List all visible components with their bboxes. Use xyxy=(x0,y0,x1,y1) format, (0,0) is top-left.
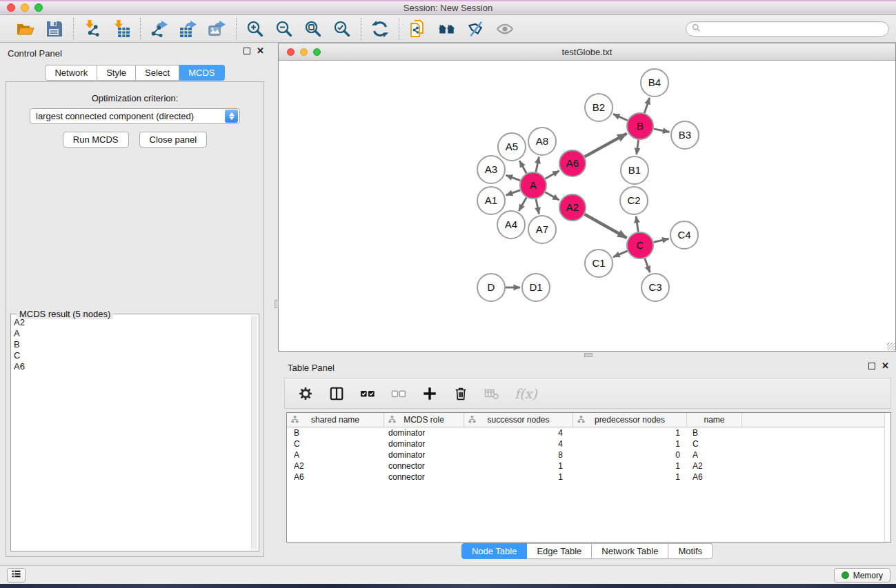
zoom-fit-icon[interactable] xyxy=(303,19,323,39)
add-column-icon[interactable] xyxy=(421,385,438,402)
table-row[interactable]: A6connector11A6 xyxy=(287,472,890,483)
graph-edge[interactable] xyxy=(519,197,526,211)
graph-edge[interactable] xyxy=(506,190,521,195)
tab-network[interactable]: Network xyxy=(45,65,97,81)
network-graph[interactable]: B4B2BB3A8A5A6A3B1AA1C2A2A4A7C4CC1C3DD1 xyxy=(279,61,895,351)
column-header-successor-nodes[interactable]: successor nodes xyxy=(464,413,573,427)
memory-button[interactable]: Memory xyxy=(834,568,890,582)
cell-name[interactable]: A xyxy=(687,450,742,460)
cell-successor_nodes[interactable]: 4 xyxy=(464,428,573,438)
cell-mcds_role[interactable]: dominator xyxy=(384,450,464,460)
deselect-checkboxes-icon[interactable] xyxy=(390,385,407,402)
tab-mcds[interactable]: MCDS xyxy=(179,65,224,81)
graph-node[interactable]: A4 xyxy=(497,211,525,239)
open-file-icon[interactable] xyxy=(16,19,35,39)
mcds-result-list[interactable]: A2ABCA6 xyxy=(14,317,249,548)
tab-edge-table[interactable]: Edge Table xyxy=(527,543,592,559)
close-panel-button[interactable]: Close panel xyxy=(139,132,208,148)
mcds-result-item[interactable]: A6 xyxy=(14,361,249,372)
cell-predecessor_nodes[interactable]: 1 xyxy=(573,439,687,449)
cell-name[interactable]: B xyxy=(687,428,742,438)
optimization-criterion-dropdown[interactable]: largest connected component (directed) xyxy=(30,108,240,124)
graph-node[interactable]: A xyxy=(520,172,546,199)
tab-network-table[interactable]: Network Table xyxy=(592,543,668,559)
task-history-button[interactable] xyxy=(7,568,26,582)
cell-shared_name[interactable]: A2 xyxy=(287,461,384,471)
select-all-checkboxes-icon[interactable] xyxy=(359,385,376,402)
graph-edge[interactable] xyxy=(613,251,628,257)
cell-predecessor_nodes[interactable]: 0 xyxy=(573,450,687,460)
graph-edge[interactable] xyxy=(519,161,526,173)
graph-edge[interactable] xyxy=(506,175,521,181)
cell-predecessor_nodes[interactable]: 1 xyxy=(573,472,687,482)
graph-node[interactable]: C2 xyxy=(620,187,648,214)
horizontal-divider[interactable] xyxy=(278,352,896,358)
float-panel-icon[interactable] xyxy=(243,48,250,54)
mcds-result-item[interactable]: A xyxy=(14,328,249,339)
cell-shared_name[interactable]: C xyxy=(287,439,384,449)
zoom-out-icon[interactable] xyxy=(275,19,294,39)
new-network-from-file-icon[interactable] xyxy=(408,19,428,39)
zoom-in-icon[interactable] xyxy=(246,19,265,39)
graph-node[interactable]: B2 xyxy=(585,94,613,121)
cell-predecessor_nodes[interactable]: 1 xyxy=(573,428,687,438)
cell-mcds_role[interactable]: connector xyxy=(384,461,464,471)
cell-mcds_role[interactable]: connector xyxy=(384,472,464,482)
graph-edge[interactable] xyxy=(545,171,559,179)
graph-node[interactable]: A8 xyxy=(528,128,556,155)
graph-node[interactable]: B1 xyxy=(621,156,648,184)
divider-grip[interactable] xyxy=(584,353,593,357)
graph-edge[interactable] xyxy=(645,258,650,273)
column-header-name[interactable]: name xyxy=(687,413,742,427)
graph-edge[interactable] xyxy=(585,134,627,157)
cell-shared_name[interactable]: A6 xyxy=(287,472,384,482)
graph-node[interactable]: C1 xyxy=(585,250,613,277)
table-row[interactable]: Cdominator41C xyxy=(287,438,890,449)
import-table-icon[interactable] xyxy=(112,19,131,39)
graph-edge[interactable] xyxy=(653,239,668,242)
cell-successor_nodes[interactable]: 1 xyxy=(464,461,573,471)
home-view-icon[interactable] xyxy=(437,19,457,39)
zoom-selected-icon[interactable] xyxy=(332,19,352,39)
graph-node[interactable]: C3 xyxy=(641,274,669,301)
function-builder-icon[interactable]: f(x) xyxy=(515,385,537,402)
table-row[interactable]: A2connector11A2 xyxy=(287,460,890,472)
tab-node-table[interactable]: Node Table xyxy=(461,543,528,559)
run-mcds-button[interactable]: Run MCDS xyxy=(63,132,129,148)
cell-name[interactable]: C xyxy=(687,439,742,449)
cell-name[interactable]: A6 xyxy=(687,472,742,482)
float-table-panel-icon[interactable] xyxy=(868,363,875,369)
export-image-icon[interactable] xyxy=(208,19,227,39)
graph-edge[interactable] xyxy=(536,157,539,172)
close-table-panel-icon[interactable]: ✕ xyxy=(882,363,889,369)
save-session-icon[interactable] xyxy=(45,19,64,39)
graph-node[interactable]: B xyxy=(627,113,653,139)
import-network-icon[interactable] xyxy=(83,19,102,39)
graph-node[interactable]: C4 xyxy=(670,221,698,249)
graph-node[interactable]: A3 xyxy=(477,156,505,183)
graph-node[interactable]: A1 xyxy=(477,187,505,214)
tab-motifs[interactable]: Motifs xyxy=(668,543,713,559)
graph-node[interactable]: C xyxy=(627,232,653,258)
graph-edge[interactable] xyxy=(637,140,639,154)
hide-labels-icon[interactable] xyxy=(466,19,486,39)
mcds-result-item[interactable]: A2 xyxy=(14,317,249,328)
cell-successor_nodes[interactable]: 8 xyxy=(464,450,573,460)
column-header-MCDS-role[interactable]: MCDS role xyxy=(384,413,464,427)
refresh-network-icon[interactable] xyxy=(370,19,390,39)
tab-style[interactable]: Style xyxy=(97,65,136,81)
show-hide-graphics-details-icon[interactable] xyxy=(495,19,515,39)
graph-node[interactable]: D xyxy=(477,274,505,301)
cell-successor_nodes[interactable]: 4 xyxy=(464,439,573,449)
graph-node[interactable]: A7 xyxy=(528,216,556,243)
tab-select[interactable]: Select xyxy=(136,65,179,81)
graph-edge[interactable] xyxy=(644,98,649,113)
export-network-icon[interactable] xyxy=(150,19,169,39)
graph-node[interactable]: B4 xyxy=(641,69,668,97)
settings-gear-icon[interactable] xyxy=(297,385,314,402)
search-input[interactable] xyxy=(704,24,883,34)
graph-node[interactable]: A6 xyxy=(559,150,586,176)
cell-mcds_role[interactable]: dominator xyxy=(384,439,464,449)
graph-node[interactable]: B3 xyxy=(671,121,699,149)
graph-node[interactable]: A5 xyxy=(498,133,526,161)
